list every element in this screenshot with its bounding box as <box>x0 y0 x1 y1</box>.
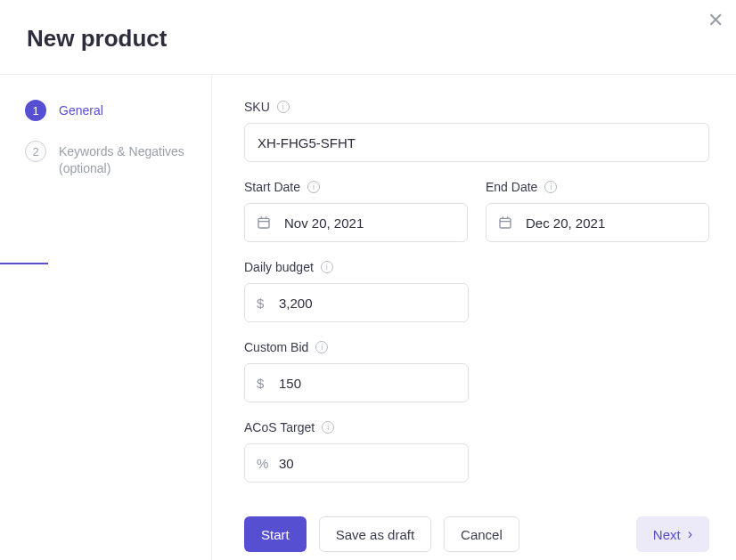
calendar-icon <box>498 215 512 230</box>
currency-prefix: $ <box>257 296 264 311</box>
svg-rect-0 <box>258 218 269 228</box>
step-number: 1 <box>25 100 46 121</box>
info-icon[interactable]: i <box>315 341 328 353</box>
next-label: Next <box>653 527 681 542</box>
info-icon[interactable]: i <box>322 421 334 434</box>
start-button[interactable]: Start <box>244 516 307 552</box>
next-button[interactable]: Next › <box>636 516 709 552</box>
start-date-input[interactable] <box>244 203 468 242</box>
acos-target-input[interactable] <box>244 443 469 483</box>
close-icon[interactable]: ✕ <box>707 11 724 30</box>
cancel-button[interactable]: Cancel <box>444 516 519 552</box>
percent-prefix: % <box>257 456 268 471</box>
page-title: New product <box>27 25 709 53</box>
step-general[interactable]: 1 General <box>25 100 211 121</box>
modal-header: New product <box>0 0 736 74</box>
currency-prefix: $ <box>257 376 264 391</box>
start-date-label: Start Date <box>244 180 300 194</box>
chevron-right-icon: › <box>688 526 692 542</box>
form-panel: SKU i Start Date i <box>212 75 736 560</box>
svg-rect-4 <box>500 218 511 228</box>
daily-budget-label: Daily budget <box>244 260 314 274</box>
custom-bid-label: Custom Bid <box>244 340 308 354</box>
info-icon[interactable]: i <box>544 181 557 193</box>
daily-budget-input[interactable] <box>244 283 469 322</box>
sku-label: SKU <box>244 100 270 114</box>
info-icon[interactable]: i <box>321 261 333 273</box>
step-keywords[interactable]: 2 Keywords & Negatives (optional) <box>25 141 211 177</box>
step-label: Keywords & Negatives (optional) <box>59 141 211 177</box>
info-icon[interactable]: i <box>277 101 290 113</box>
sku-input[interactable] <box>244 123 709 162</box>
steps-sidebar: 1 General 2 Keywords & Negatives (option… <box>0 75 212 560</box>
info-icon[interactable]: i <box>307 181 320 193</box>
step-number: 2 <box>25 141 46 162</box>
acos-target-label: ACoS Target <box>244 420 315 434</box>
form-footer: Start Save as draft Cancel Next › <box>244 500 709 560</box>
custom-bid-input[interactable] <box>244 363 469 402</box>
end-date-label: End Date <box>486 180 537 194</box>
end-date-input[interactable] <box>486 203 709 242</box>
accent-bar <box>0 263 48 264</box>
step-label: General <box>59 100 103 119</box>
save-draft-button[interactable]: Save as draft <box>319 516 431 552</box>
calendar-icon <box>257 215 271 230</box>
